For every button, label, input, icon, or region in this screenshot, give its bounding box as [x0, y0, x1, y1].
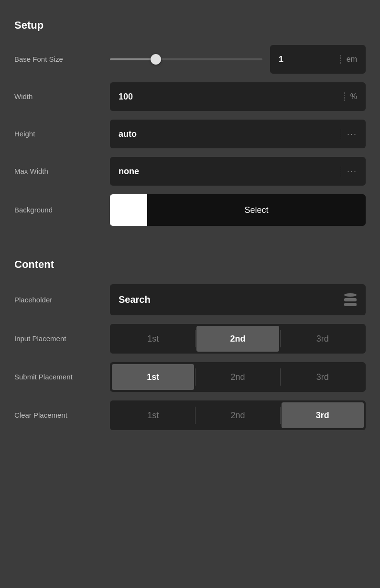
database-icon: [344, 293, 357, 307]
input-placement-3rd[interactable]: 3rd: [282, 326, 364, 352]
submit-placement-2nd[interactable]: 2nd: [196, 364, 279, 390]
width-unit: %: [344, 92, 357, 101]
background-control: Select: [110, 194, 366, 226]
max-width-label: Max Width: [14, 166, 110, 176]
height-dots: ···: [341, 129, 357, 139]
db-icon-bot: [344, 303, 357, 306]
font-size-slider-thumb[interactable]: [151, 54, 161, 65]
clear-placement-segmented: 1st 2nd 3rd: [110, 400, 366, 430]
clear-placement-3rd[interactable]: 3rd: [282, 402, 364, 428]
background-swatch[interactable]: [110, 194, 147, 226]
font-size-unit: em: [340, 55, 357, 64]
submit-placement-row: Submit Placement 1st 2nd 3rd: [14, 362, 366, 392]
font-size-input-box[interactable]: 1 em: [270, 45, 366, 74]
max-width-row: Max Width none ···: [14, 157, 366, 186]
width-control: 100 %: [110, 82, 366, 111]
input-placement-segmented: 1st 2nd 3rd: [110, 324, 366, 354]
setup-title: Setup: [14, 19, 366, 32]
input-placement-control: 1st 2nd 3rd: [110, 324, 366, 354]
input-placement-1st[interactable]: 1st: [112, 326, 194, 352]
db-icon-mid: [344, 298, 357, 301]
seg-div-4: [280, 368, 281, 386]
submit-placement-control: 1st 2nd 3rd: [110, 362, 366, 392]
font-size-slider-fill: [110, 58, 156, 60]
max-width-value: none: [119, 166, 335, 177]
seg-div-1: [195, 330, 195, 347]
clear-placement-2nd[interactable]: 2nd: [196, 402, 279, 428]
db-icon-top: [344, 293, 357, 297]
clear-placement-row: Clear Placement 1st 2nd 3rd: [14, 400, 366, 430]
base-font-size-row: Base Font Size 1 em: [14, 45, 366, 74]
background-select-button[interactable]: Select: [147, 194, 366, 226]
height-label: Height: [14, 129, 110, 139]
seg-div-6: [280, 407, 281, 424]
background-row: Background Select: [14, 194, 366, 226]
submit-placement-1st[interactable]: 1st: [112, 364, 194, 390]
base-font-size-label: Base Font Size: [14, 55, 110, 64]
width-row: Width 100 %: [14, 82, 366, 111]
background-label: Background: [14, 205, 110, 215]
width-label: Width: [14, 92, 110, 101]
seg-div-2: [280, 330, 281, 347]
seg-div-3: [195, 368, 195, 386]
submit-placement-label: Submit Placement: [14, 372, 110, 382]
width-input-box[interactable]: 100 %: [110, 82, 366, 111]
width-value: 100: [119, 92, 338, 102]
placeholder-control: Search: [110, 284, 366, 315]
content-title: Content: [14, 258, 366, 271]
section-gap: [14, 234, 366, 258]
placeholder-row: Placeholder Search: [14, 284, 366, 315]
input-placement-label: Input Placement: [14, 334, 110, 344]
height-row: Height auto ···: [14, 120, 366, 148]
max-width-control: none ···: [110, 157, 366, 186]
placeholder-label: Placeholder: [14, 295, 110, 305]
background-picker[interactable]: Select: [110, 194, 366, 226]
max-width-dots: ···: [341, 166, 357, 177]
seg-div-5: [195, 407, 195, 424]
font-size-value: 1: [279, 55, 335, 65]
height-input-box[interactable]: auto ···: [110, 120, 366, 148]
max-width-input-box[interactable]: none ···: [110, 157, 366, 186]
placeholder-input-box[interactable]: Search: [110, 284, 366, 315]
clear-placement-1st[interactable]: 1st: [112, 402, 194, 428]
input-placement-row: Input Placement 1st 2nd 3rd: [14, 324, 366, 354]
height-control: auto ···: [110, 120, 366, 148]
clear-placement-label: Clear Placement: [14, 410, 110, 420]
input-placement-2nd[interactable]: 2nd: [196, 326, 279, 352]
base-font-size-control: 1 em: [110, 45, 366, 74]
height-value: auto: [119, 129, 335, 139]
font-size-slider-track[interactable]: [110, 58, 262, 60]
submit-placement-segmented: 1st 2nd 3rd: [110, 362, 366, 392]
clear-placement-control: 1st 2nd 3rd: [110, 400, 366, 430]
submit-placement-3rd[interactable]: 3rd: [282, 364, 364, 390]
placeholder-value: Search: [119, 294, 344, 305]
